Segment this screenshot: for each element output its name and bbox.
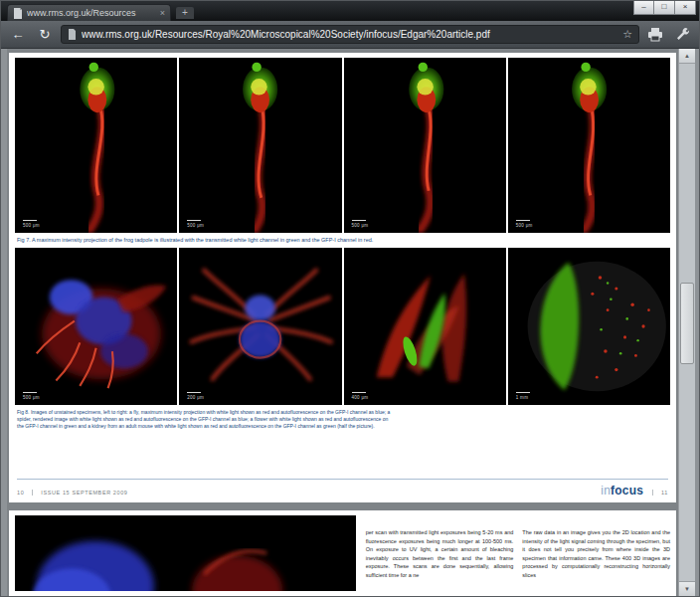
print-button[interactable] [644, 25, 666, 45]
back-button[interactable]: ← [7, 25, 29, 45]
wrench-icon [675, 27, 690, 42]
tadpole-image-3: 500 μm [344, 58, 506, 233]
scale-bar: 500 μm [23, 392, 40, 400]
figure7-panel: 500 μm 500 μm [15, 58, 670, 233]
title-bar: www.rms.org.uk/Resources × + – □ × [1, 1, 699, 21]
scale-bar: 400 μm [352, 392, 369, 400]
maximize-button[interactable]: □ [654, 1, 675, 15]
window-controls: – □ × [633, 1, 696, 15]
refresh-button[interactable]: ↻ [34, 25, 56, 45]
footer-page-number-left: 10 [17, 490, 24, 496]
scale-bar: 1 mm [516, 392, 530, 400]
figure8-panel: 500 μm [15, 248, 670, 405]
tab-favicon-icon [13, 8, 23, 19]
scroll-down-button[interactable]: ▼ [679, 581, 695, 596]
pdf-viewer: 500 μm 500 μm [1, 49, 699, 596]
bookmark-star-icon[interactable]: ☆ [622, 29, 632, 40]
printer-icon [647, 28, 663, 42]
fly-closeup-image [15, 515, 356, 591]
article-column-2: The raw data in an image gives you the 2… [522, 528, 670, 591]
tab-close-icon[interactable]: × [160, 9, 165, 18]
scale-bar: 200 μm [187, 392, 204, 400]
scale-bar: 500 μm [187, 220, 204, 228]
tab-title: www.rms.org.uk/Resources [27, 8, 156, 18]
tools-menu-button[interactable] [671, 25, 693, 45]
kidney-image: 1 mm [508, 248, 670, 405]
tadpole-image-1: 500 μm [15, 58, 177, 233]
infocus-logo: infocus [601, 484, 643, 498]
close-button[interactable]: × [675, 1, 696, 15]
scale-bar: 500 μm [23, 220, 40, 228]
figure7-caption: Fig 7. A maximum intensity projection of… [15, 233, 670, 248]
footer-page-number-right: 11 [652, 490, 668, 496]
page-footer: 10 ISSUE 15 SEPTEMBER 2009 infocus 11 [17, 479, 668, 498]
scroll-up-button[interactable]: ▲ [679, 49, 695, 64]
fly-image: 500 μm [15, 248, 177, 405]
url-text: www.rms.org.uk/Resources/Royal%20Microsc… [82, 29, 617, 40]
article-column-1: per scan with transmitted light exposure… [366, 528, 514, 591]
browser-toolbar: ← ↻ www.rms.org.uk/Resources/Royal%20Mic… [1, 21, 699, 49]
vertical-scrollbar[interactable]: ▲ ▼ [678, 49, 695, 596]
tadpole-image-4: 500 μm [508, 58, 670, 233]
minimize-button[interactable]: – [633, 1, 654, 15]
flower-image: 400 μm [344, 248, 506, 405]
address-bar[interactable]: www.rms.org.uk/Resources/Royal%20Microsc… [61, 25, 639, 44]
new-tab-button[interactable]: + [176, 7, 194, 19]
spider-image: 200 μm [179, 248, 341, 405]
article-text: per scan with transmitted light exposure… [366, 515, 670, 591]
scrollbar-thumb[interactable] [680, 283, 694, 364]
browser-window: www.rms.org.uk/Resources × + – □ × ← ↻ w… [0, 0, 700, 597]
page-icon [68, 29, 77, 40]
pdf-page-10: 500 μm 500 μm [9, 53, 676, 502]
pdf-document: 500 μm 500 μm [7, 49, 678, 596]
tadpole-image-2: 500 μm [179, 58, 341, 233]
pdf-page-12: per scan with transmitted light exposure… [9, 510, 676, 596]
scale-bar: 500 μm [516, 220, 533, 228]
browser-tab[interactable]: www.rms.org.uk/Resources × [7, 4, 171, 21]
figure8-caption: Fig 8. Images of unstained specimens, le… [15, 405, 395, 434]
scale-bar: 500 μm [352, 220, 369, 228]
footer-issue-text: ISSUE 15 SEPTEMBER 2009 [32, 490, 127, 496]
